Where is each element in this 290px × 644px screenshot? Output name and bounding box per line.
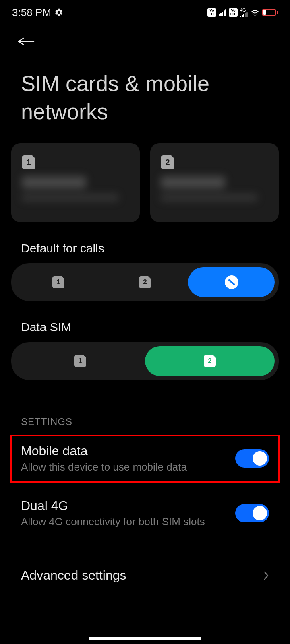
calls-option-ask[interactable] xyxy=(188,267,275,297)
calls-option-sim2[interactable]: 2 xyxy=(102,267,188,297)
sim-card-1-details-blurred xyxy=(22,176,129,215)
mobile-data-text: Mobile data Allow this device to use mob… xyxy=(21,444,187,473)
home-indicator[interactable] xyxy=(89,637,201,640)
dual-4g-toggle[interactable] xyxy=(235,504,269,522)
dual-4g-title: Dual 4G xyxy=(21,498,205,513)
data-sim-label: Data SIM xyxy=(0,301,290,342)
volte-badge-1: VoLTE xyxy=(207,8,216,17)
sim-icon-2b: 2 xyxy=(204,355,216,367)
mobile-data-toggle[interactable] xyxy=(235,449,269,468)
signal-bars-1 xyxy=(219,9,226,16)
mobile-data-subtitle: Allow this device to use mobile data xyxy=(21,461,187,473)
data-sim-segment: 1 2 xyxy=(11,342,279,380)
divider xyxy=(21,549,269,549)
settings-heading: SETTINGS xyxy=(0,380,290,430)
mobile-data-title: Mobile data xyxy=(21,444,187,458)
data-option-sim1[interactable]: 1 xyxy=(15,346,145,376)
back-button[interactable] xyxy=(18,35,37,47)
sim-icon-1b: 1 xyxy=(74,355,86,367)
advanced-settings-title: Advanced settings xyxy=(21,568,126,583)
page-title: SIM cards & mobile networks xyxy=(0,49,290,138)
signal-bars-2 xyxy=(240,12,248,17)
wifi-icon xyxy=(250,8,260,17)
sim-card-2[interactable]: 2 xyxy=(150,143,279,222)
status-right: VoLTE VoLTE 4G 15 xyxy=(207,8,278,17)
default-calls-segment: 1 2 xyxy=(11,263,279,301)
battery-indicator: 15 xyxy=(262,9,278,16)
dual-4g-subtitle: Allow 4G connectivity for both SIM slots xyxy=(21,516,205,528)
sim-chip-icon-2: 2 xyxy=(161,155,174,169)
not-set-icon xyxy=(225,275,238,289)
calls-option-sim1[interactable]: 1 xyxy=(15,267,102,297)
volte-badge-2: VoLTE xyxy=(229,8,238,17)
status-time: 3:58 PM xyxy=(12,6,51,19)
gear-icon xyxy=(54,8,63,17)
sim-icon-2: 2 xyxy=(139,276,151,288)
dual-4g-text: Dual 4G Allow 4G connectivity for both S… xyxy=(21,498,205,528)
network-label: 4G xyxy=(240,8,246,12)
sim-card-2-details-blurred xyxy=(161,176,268,215)
sim-cards-row: 1 2 xyxy=(0,138,290,222)
status-left: 3:58 PM xyxy=(12,6,63,19)
sim-card-1[interactable]: 1 xyxy=(11,143,140,222)
sim-icon-1: 1 xyxy=(52,276,64,288)
dual-4g-row[interactable]: Dual 4G Allow 4G connectivity for both S… xyxy=(0,485,290,539)
default-calls-label: Default for calls xyxy=(0,222,290,263)
advanced-settings-row[interactable]: Advanced settings xyxy=(0,553,290,583)
status-bar: 3:58 PM VoLTE VoLTE 4G 15 xyxy=(0,0,290,23)
battery-level: 15 xyxy=(267,10,271,15)
data-option-sim2[interactable]: 2 xyxy=(145,346,275,376)
sim-chip-icon-1: 1 xyxy=(22,155,35,169)
mobile-data-row[interactable]: Mobile data Allow this device to use mob… xyxy=(11,436,279,482)
chevron-right-icon xyxy=(263,571,269,580)
